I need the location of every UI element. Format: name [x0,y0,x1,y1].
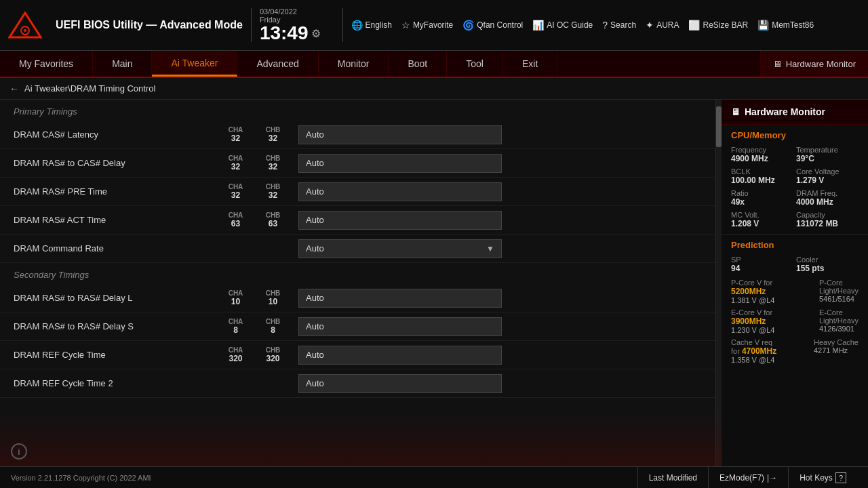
tool-myfavorite[interactable]: ☆ MyFavorite [401,20,453,30]
header-divider [251,8,252,42]
monitor-icon: 🖥 [773,59,782,69]
memtest-label: MemTest86 [772,20,814,30]
back-arrow-icon[interactable]: ← [9,83,19,94]
table-row[interactable]: DRAM RAS# to RAS# Delay L CHA 10 CHB 10 … [0,284,715,312]
nav-advanced[interactable]: Advanced [237,51,318,77]
aura-label: AURA [656,20,679,30]
nav-exit[interactable]: Exit [503,51,557,77]
myfavorite-icon: ☆ [401,20,410,30]
breadcrumb: Ai Tweaker\DRAM Timing Control [24,83,155,94]
channel-values-ras-act: CHA 63 CHB 63 [217,211,292,228]
value-field-ras-cas[interactable]: Auto [298,154,502,173]
nav-ai-tweaker[interactable]: Ai Tweaker [152,51,237,77]
settings-icon[interactable]: ⚙ [311,27,321,40]
nav-monitor[interactable]: Monitor [319,51,389,77]
aura-icon: ✦ [646,20,654,30]
hot-keys-icon: ? [835,472,846,483]
footer: Version 2.21.1278 Copyright (C) 2022 AMI… [0,466,868,488]
title-area: UEFI BIOS Utility — Advanced Mode [56,19,243,31]
nav-boot[interactable]: Boot [389,51,447,77]
cha-label: CHA [229,126,243,134]
date-text: 03/04/2022 Friday [260,7,297,24]
footer-actions: Last Modified EzMode(F7) |→ Hot Keys ? [637,467,857,489]
nav-my-favorites[interactable]: My Favorites [0,51,93,77]
table-row[interactable]: DRAM Command Rate CHA - CHB - Auto ▼ [0,235,715,263]
myfavorite-label: MyFavorite [413,20,453,30]
ecore-v-label-group: E-Core V for 3900MHz 1.230 V @L4 [731,308,774,334]
memtest-icon: 💾 [757,20,769,30]
tool-aioc[interactable]: 📊 AI OC Guide [532,20,593,30]
datetime-area: 03/04/2022 Friday 13:49 ⚙ [260,7,321,43]
row-label-ras-ras-l: DRAM RAS# to RAS# Delay L [14,293,217,303]
svg-point-2 [24,29,26,32]
channel-values-ras-pre: CHA 32 CHB 32 [217,183,292,200]
svg-marker-0 [9,13,41,37]
table-row[interactable]: DRAM RAS# to CAS# Delay CHA 32 CHB 32 Au… [0,149,715,178]
chb-value: 32 [269,134,277,143]
hw-sp: SP 94 [731,256,793,273]
heavy-cache-group: Heavy Cache 4271 MHz [814,338,859,364]
hw-bclk: BCLK 100.00 MHz [731,167,793,185]
bios-title: UEFI BIOS Utility — Advanced Mode [56,19,243,31]
language-icon: 🌐 [351,20,363,30]
scrollbar[interactable] [716,100,722,466]
cha-col: CHA 63 [217,211,254,228]
hw-cooler: Cooler 155 pts [796,256,859,273]
asus-logo [8,12,42,39]
tool-search[interactable]: ? Search [602,20,636,30]
pcore-section: P-Core V for 5200MHz 1.381 V @L4 P-Core … [731,279,859,364]
ez-mode-button[interactable]: EzMode(F7) |→ [708,467,788,489]
chb-col: CHB 63 [254,211,292,228]
ecore-lh-group: E-Core Light/Heavy 4126/3901 [819,308,859,334]
qfan-icon: 🌀 [462,20,474,30]
value-field-ras-pre[interactable]: Auto [298,182,502,201]
search-icon: ? [602,20,608,30]
value-field-ras-ras-s[interactable]: Auto [298,317,502,336]
row-label-ras-act: DRAM RAS# ACT Time [14,215,217,225]
value-field-ref-cycle[interactable]: Auto [298,346,502,365]
channel-values-ref-cycle: CHA 320 CHB 320 [217,346,292,363]
table-row[interactable]: DRAM REF Cycle Time 2 CHA - CHB - Auto [0,369,715,398]
hw-monitor-nav-label: Hardware Monitor [786,59,856,69]
value-field-ras-act[interactable]: Auto [298,211,502,230]
hw-capacity: Capacity 131072 MB [796,211,859,228]
table-row[interactable]: DRAM RAS# to RAS# Delay S CHA 8 CHB 8 Au… [0,312,715,341]
cpu-memory-grid: Frequency 4900 MHz Temperature 39°C BCLK… [731,146,859,228]
logo-area [8,12,42,39]
tool-qfan[interactable]: 🌀 Qfan Control [462,20,523,30]
hw-frequency: Frequency 4900 MHz [731,146,793,163]
hw-dram-freq: DRAM Freq. 4000 MHz [796,189,859,207]
chb-label: CHB [266,126,281,134]
navbar: My Favorites Main Ai Tweaker Advanced Mo… [0,51,868,78]
table-row[interactable]: DRAM REF Cycle Time CHA 320 CHB 320 Auto [0,341,715,369]
value-field-cmd-rate[interactable]: Auto ▼ [298,239,502,258]
nav-main[interactable]: Main [93,51,152,77]
table-row[interactable]: DRAM RAS# PRE Time CHA 32 CHB 32 Auto [0,178,715,206]
info-button[interactable]: i [11,443,27,460]
aioc-icon: 📊 [532,20,544,30]
content-panel: Primary Timings DRAM CAS# Latency CHA 32… [0,100,716,466]
tool-aura[interactable]: ✦ AURA [646,20,679,30]
tool-resizebar[interactable]: ⬜ ReSize BAR [688,20,748,30]
hw-ratio: Ratio 49x [731,189,793,207]
value-field-ref-cycle-2[interactable]: Auto [298,374,502,393]
tool-language[interactable]: 🌐 English [351,20,392,30]
value-field-cas[interactable]: Auto [298,125,502,144]
row-label-ras-pre: DRAM RAS# PRE Time [14,186,217,197]
table-row[interactable]: DRAM RAS# ACT Time CHA 63 CHB 63 Auto [0,206,715,235]
nav-tool[interactable]: Tool [447,51,503,77]
value-field-ras-ras-l[interactable]: Auto [298,289,502,308]
scroll-thumb[interactable] [716,106,722,147]
nav-hw-monitor[interactable]: 🖥 Hardware Monitor [760,51,868,77]
table-row[interactable]: DRAM CAS# Latency CHA 32 CHB 32 Auto [0,121,715,149]
monitor-panel-icon: 🖥 [731,106,741,117]
last-modified-button[interactable]: Last Modified [637,467,708,489]
hw-mc-volt: MC Volt. 1.208 V [731,211,793,228]
hw-monitor-title: 🖥 Hardware Monitor [722,100,868,125]
hot-keys-button[interactable]: Hot Keys ? [788,467,857,489]
tool-memtest[interactable]: 💾 MemTest86 [757,20,814,30]
version-text: Version 2.21.1278 Copyright (C) 2022 AMI [11,474,151,482]
aioc-label: AI OC Guide [547,20,593,30]
row-label-cas-latency: DRAM CAS# Latency [14,129,217,140]
cha-col: CHA 32 [217,183,254,200]
